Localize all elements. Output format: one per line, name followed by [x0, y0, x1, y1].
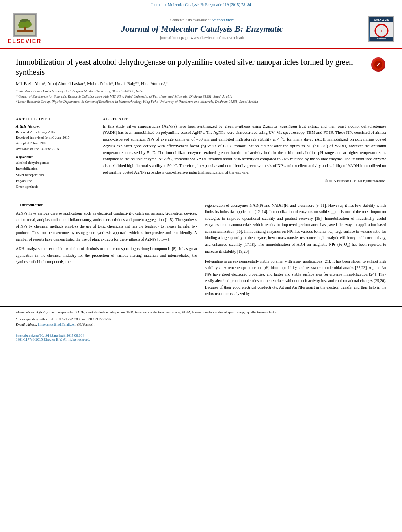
history-label: Article history: — [16, 124, 87, 128]
authors-line: Md. Fazle Alamᵃ, Amaj Ahmed Laskarᵃ, Moh… — [16, 81, 386, 86]
svg-text:✓: ✓ — [376, 61, 381, 68]
crossmark-logo: ✓ — [370, 57, 386, 72]
keyword-5: Green synthesis — [16, 184, 87, 190]
received-date: Received 20 February 2015 — [16, 129, 87, 135]
copyright: © 2015 Elsevier B.V. All rights reserved… — [103, 179, 386, 183]
left-column: 1. Introduction AgNPs have various diver… — [16, 202, 197, 300]
sciencedirect-link: Contents lists available at ScienceDirec… — [41, 18, 363, 22]
article-title: Immobilization of yeast alcohol dehydrog… — [16, 57, 363, 77]
homepage-text: journal homepage: www.elsevier.com/locat… — [160, 35, 244, 40]
doi-link[interactable]: http://dx.doi.org/10.1016/j.molcatb.2015… — [16, 334, 386, 337]
journal-homepage: journal homepage: www.elsevier.com/locat… — [41, 35, 363, 40]
page-header: ELSEVIER Contents lists available at Sci… — [0, 9, 402, 49]
abstract-section: ABSTRACT In this study, silver nanoparti… — [103, 115, 386, 190]
journal-banner: Journal of Molecular Catalysis B: Enzyma… — [0, 0, 402, 9]
intro-para1: AgNPs have various diverse applications … — [16, 210, 197, 243]
elsevier-tree-icon — [13, 13, 37, 37]
keyword-3: Silver nanoparticles — [16, 172, 87, 178]
catalysis-logo: CATALYSIS B ENZYMATIC — [363, 16, 394, 42]
journal-title: Journal of Molecular Catalysis B: Enzyma… — [41, 24, 363, 34]
intro-heading: 1. Introduction — [16, 202, 197, 207]
right-para2: Polyaniline is an environmentally stable… — [205, 258, 386, 297]
available-date: Available online 14 June 2015 — [16, 146, 87, 152]
keywords-label: Keywords: — [16, 155, 87, 159]
affiliation-c: ᶜ Laser Research Group, Physics Departme… — [16, 99, 386, 105]
elsevier-label: ELSEVIER — [8, 38, 41, 44]
affiliation-b: ᵇ Center of Excellence for Scientific Re… — [16, 94, 386, 100]
article-info-title: ARTICLE INFO — [16, 115, 87, 121]
banner-title: Journal of Molecular Catalysis B: Enzyma… — [151, 2, 251, 7]
svg-text:CATALYSIS: CATALYSIS — [374, 19, 389, 21]
accepted-date: Accepted 7 June 2015 — [16, 140, 87, 146]
affiliations: ᵃ Interdisciplinary Biotechnology Unit, … — [16, 89, 386, 105]
abstract-title: ABSTRACT — [103, 115, 386, 121]
keyword-4: Polyaniline — [16, 178, 87, 184]
issn-line: 1381-1177/© 2015 Elsevier B.V. All right… — [16, 337, 386, 341]
svg-text:ENZYMATIC: ENZYMATIC — [376, 37, 387, 40]
keyword-1: Alcohol dehydrogenase — [16, 160, 87, 166]
intro-para2: ADH catalyzes the reversible oxidation o… — [16, 246, 197, 265]
authors-text: Md. Fazle Alamᵃ, Amaj Ahmed Laskarᵃ, Moh… — [16, 81, 168, 86]
abbreviations-note: Abbreviations: AgNPs, silver nanoparticl… — [16, 310, 386, 315]
header-center: Contents lists available at ScienceDirec… — [41, 18, 363, 40]
corresponding-note: * Corresponding author. Tel.: +91 571 27… — [16, 317, 386, 322]
footer: http://dx.doi.org/10.1016/j.molcatb.2015… — [0, 331, 402, 343]
keyword-2: Immobilization — [16, 166, 87, 172]
svg-rect-5 — [17, 30, 33, 32]
article-title-row: Immobilization of yeast alcohol dehydrog… — [16, 57, 386, 77]
catalysis-logo-box: CATALYSIS B ENZYMATIC — [368, 16, 394, 42]
info-abstract-section: ARTICLE INFO Article history: Received 2… — [0, 109, 402, 196]
article-info: ARTICLE INFO Article history: Received 2… — [16, 115, 87, 190]
main-body: 1. Introduction AgNPs have various diver… — [0, 196, 402, 306]
article-header: Immobilization of yeast alcohol dehydrog… — [0, 49, 402, 109]
email-note: E-mail address: hinayounus@rediffmail.co… — [16, 322, 386, 328]
received-revised-date: Received in revised form 6 June 2015 — [16, 135, 87, 140]
divider — [95, 115, 95, 190]
elsevier-logo: ELSEVIER — [8, 13, 41, 44]
svg-point-3 — [24, 21, 32, 28]
footnotes-section: Abbreviations: AgNPs, silver nanoparticl… — [0, 306, 402, 331]
crossmark-icon: ✓ — [371, 57, 385, 72]
right-para1: regeneration of coenzymes NAD(P) and NAD… — [205, 202, 386, 255]
svg-text:B: B — [380, 30, 382, 32]
affiliation-a: ᵃ Interdisciplinary Biotechnology Unit, … — [16, 89, 386, 94]
abstract-text: In this study, silver nanoparticles (AgN… — [103, 123, 386, 176]
right-column: regeneration of coenzymes NAD(P) and NAD… — [205, 202, 386, 300]
sciencedirect-anchor[interactable]: ScienceDirect — [212, 18, 234, 22]
keywords-list: Alcohol dehydrogenase Immobilization Sil… — [16, 160, 87, 190]
